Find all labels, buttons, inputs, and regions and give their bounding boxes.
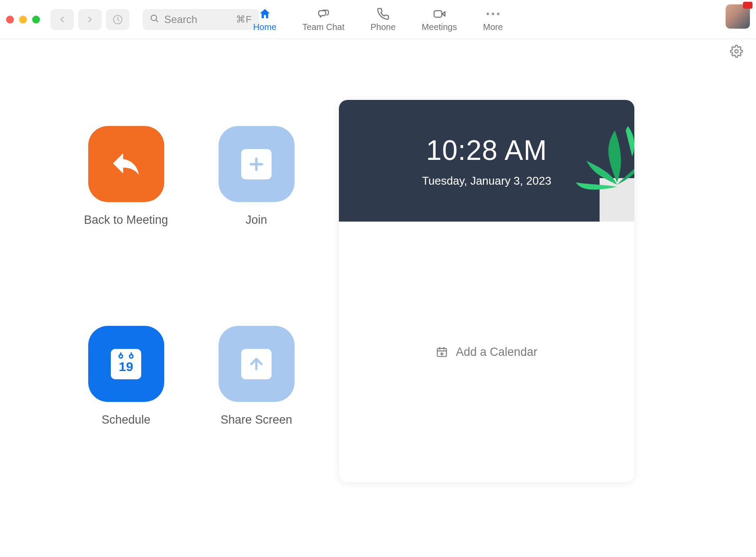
- avatar-notification-badge: [743, 2, 753, 9]
- user-avatar[interactable]: [726, 4, 750, 29]
- svg-rect-3: [434, 10, 442, 17]
- calendar-day: 19: [119, 359, 133, 374]
- history-button[interactable]: [106, 9, 129, 30]
- calendar-card: 10:28 AM Tuesday, January 3, 2023 Add a …: [339, 100, 634, 482]
- calendar-header: 10:28 AM Tuesday, January 3, 2023: [339, 100, 634, 222]
- tab-phone[interactable]: Phone: [371, 7, 396, 32]
- join-button[interactable]: [219, 126, 295, 202]
- tab-label: More: [483, 22, 503, 32]
- main-content: Back to Meeting Join 19 Schedule: [0, 65, 756, 508]
- svg-line-2: [156, 20, 158, 22]
- tab-label: Meetings: [422, 22, 457, 32]
- tab-meetings[interactable]: Meetings: [422, 7, 457, 32]
- window-zoom-button[interactable]: [32, 16, 40, 23]
- plant-decoration: [552, 126, 634, 222]
- tab-label: Team Chat: [302, 22, 345, 32]
- main-tabs: Home Team Chat Phone Meetings More: [253, 0, 503, 39]
- action-label: Join: [245, 213, 267, 227]
- action-share-screen: Share Screen: [209, 326, 304, 482]
- window-controls: [6, 16, 40, 23]
- nav-forward-button[interactable]: [78, 9, 102, 30]
- toolbar-secondary: [0, 39, 756, 65]
- add-calendar-label: Add a Calendar: [456, 345, 537, 359]
- search-icon: [149, 13, 159, 26]
- window-close-button[interactable]: [6, 16, 14, 23]
- settings-button[interactable]: [730, 45, 743, 60]
- actions-grid: Back to Meeting Join 19 Schedule: [78, 126, 304, 482]
- action-back-to-meeting: Back to Meeting: [78, 126, 174, 282]
- nav-back-button[interactable]: [50, 9, 74, 30]
- back-to-meeting-button[interactable]: [88, 126, 164, 202]
- gear-icon: [730, 45, 743, 58]
- calendar-plus-icon: [436, 346, 448, 358]
- search-input[interactable]: Search ⌘F: [143, 9, 259, 30]
- more-icon: [487, 7, 500, 20]
- arrow-up-icon: [241, 349, 272, 379]
- svg-point-5: [735, 50, 738, 53]
- nav-buttons: [50, 9, 102, 30]
- search-shortcut: ⌘F: [236, 14, 252, 25]
- svg-marker-4: [442, 12, 444, 16]
- titlebar: Search ⌘F Home Team Chat Phone Me: [0, 0, 756, 39]
- action-label: Share Screen: [220, 413, 292, 427]
- clock-time: 10:28 AM: [426, 134, 547, 166]
- tab-label: Home: [253, 22, 276, 32]
- action-schedule: 19 Schedule: [78, 326, 174, 482]
- window-minimize-button[interactable]: [19, 16, 27, 23]
- share-screen-button[interactable]: [219, 326, 295, 402]
- plus-icon: [241, 149, 272, 179]
- calendar-icon: 19: [111, 349, 141, 379]
- tab-teamchat[interactable]: Team Chat: [302, 7, 345, 32]
- chat-icon: [317, 7, 330, 20]
- schedule-button[interactable]: 19: [88, 326, 164, 402]
- action-label: Back to Meeting: [84, 213, 168, 227]
- tab-home[interactable]: Home: [253, 7, 276, 32]
- action-join: Join: [209, 126, 304, 282]
- add-calendar-button[interactable]: Add a Calendar: [339, 222, 634, 482]
- phone-icon: [377, 7, 390, 20]
- search-placeholder: Search: [164, 13, 197, 26]
- tab-more[interactable]: More: [483, 7, 503, 32]
- video-icon: [433, 7, 446, 20]
- home-icon: [258, 7, 271, 20]
- tab-label: Phone: [371, 22, 396, 32]
- reply-arrow-icon: [109, 146, 143, 182]
- clock-date: Tuesday, January 3, 2023: [422, 174, 551, 188]
- action-label: Schedule: [102, 413, 151, 427]
